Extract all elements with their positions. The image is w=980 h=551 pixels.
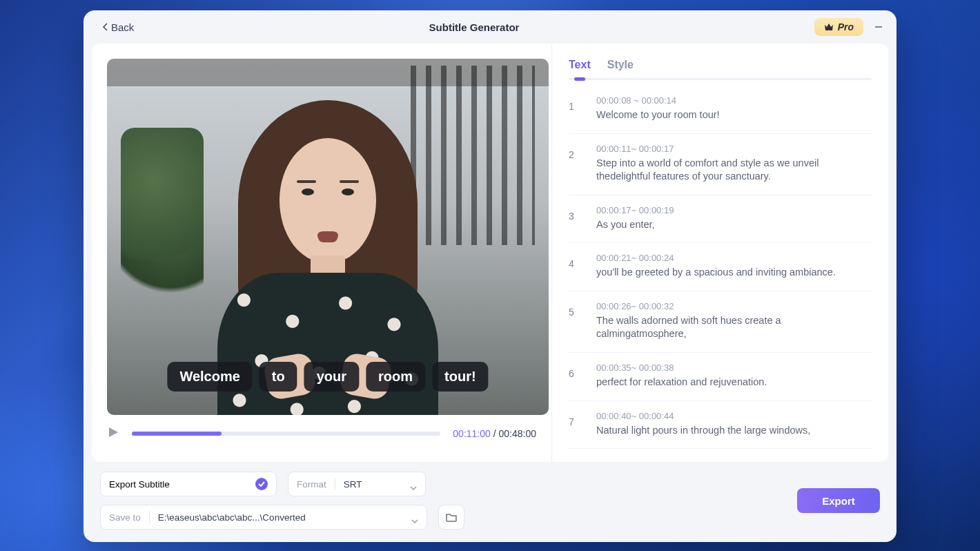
subtitle-row[interactable]: 300:00:17~ 00:00:19As you enter, bbox=[569, 195, 872, 244]
subtitle-time: 00:00:17~ 00:00:19 bbox=[596, 205, 872, 215]
app-window: Back Subtitle Generator Pro bbox=[84, 10, 896, 542]
subtitle-text: perfect for relaxation and rejuvenation. bbox=[596, 376, 872, 389]
chevron-down-icon bbox=[410, 482, 417, 486]
timeline-scrubber[interactable] bbox=[132, 432, 440, 436]
tab-indicator bbox=[569, 78, 872, 80]
caption-word: room bbox=[366, 362, 425, 392]
browse-folder-button[interactable] bbox=[438, 505, 464, 530]
format-select[interactable]: Format SRT bbox=[288, 472, 426, 496]
minimize-button[interactable] bbox=[873, 21, 884, 32]
subtitle-list[interactable]: 100:00:08 ~ 00:00:14Welcome to your room… bbox=[552, 80, 888, 462]
footer-left: Export Subtitle Format SRT Save to E:\ea… bbox=[100, 472, 464, 530]
subtitle-body: 00:00:17~ 00:00:19As you enter, bbox=[596, 205, 872, 232]
timeline-progress bbox=[132, 432, 222, 436]
folder-icon bbox=[446, 512, 457, 522]
save-to-label: Save to bbox=[109, 512, 141, 523]
subtitle-text: As you enter, bbox=[596, 218, 872, 232]
back-button[interactable]: Back bbox=[103, 21, 134, 33]
caption-word: tour! bbox=[432, 362, 489, 392]
video-preview[interactable]: Welcometoyourroomtour! bbox=[107, 59, 549, 415]
subtitle-index: 6 bbox=[569, 362, 580, 389]
subtitle-row[interactable]: 100:00:08 ~ 00:00:14Welcome to your room… bbox=[569, 86, 872, 134]
subtitle-index: 1 bbox=[569, 95, 580, 122]
export-subtitle-toggle[interactable]: Export Subtitle bbox=[100, 472, 277, 496]
minimize-icon bbox=[874, 23, 883, 31]
subtitle-text: Step into a world of comfort and style a… bbox=[596, 157, 872, 184]
subtitle-body: 00:00:11~ 00:00:17Step into a world of c… bbox=[596, 144, 872, 184]
chevron-left-icon bbox=[103, 23, 108, 31]
subtitle-text: The walls adorned with soft hues create … bbox=[596, 314, 872, 341]
subtitle-time: 00:00:21~ 00:00:24 bbox=[596, 253, 872, 263]
subtitle-time: 00:00:08 ~ 00:00:14 bbox=[596, 95, 872, 106]
subtitle-panel: Text Style 100:00:08 ~ 00:00:14Welcome t… bbox=[551, 44, 888, 462]
export-subtitle-label: Export Subtitle bbox=[109, 479, 170, 490]
export-button[interactable]: Export bbox=[797, 488, 880, 513]
caption-word: Welcome bbox=[167, 362, 252, 392]
chevron-down-icon bbox=[411, 515, 418, 519]
check-circle-icon bbox=[255, 478, 268, 490]
crown-icon bbox=[824, 23, 834, 31]
subtitle-row[interactable]: 200:00:11~ 00:00:17Step into a world of … bbox=[569, 134, 872, 195]
subtitle-body: 00:00:08 ~ 00:00:14Welcome to your room … bbox=[596, 95, 872, 122]
format-label: Format bbox=[297, 479, 326, 490]
field-divider bbox=[335, 478, 335, 490]
format-value: SRT bbox=[344, 479, 402, 490]
time-readout: 00:11:00 / 00:48:00 bbox=[453, 428, 536, 439]
video-transport: 00:11:00 / 00:48:00 bbox=[107, 426, 536, 441]
caption-word: to bbox=[259, 362, 297, 392]
content-area: Welcometoyourroomtour! 00:11:00 / 00:48:… bbox=[92, 44, 888, 462]
subtitle-time: 00:00:26~ 00:00:32 bbox=[596, 301, 872, 311]
caption-overlay: Welcometoyourroomtour! bbox=[167, 362, 488, 392]
subtitle-time: 00:00:40~ 00:00:44 bbox=[596, 411, 872, 421]
subtitle-index: 5 bbox=[569, 301, 580, 341]
subtitle-row[interactable]: 600:00:35~ 00:00:38perfect for relaxatio… bbox=[569, 353, 872, 401]
subtitle-time: 00:00:11~ 00:00:17 bbox=[596, 144, 872, 154]
subtitle-row[interactable]: 700:00:40~ 00:00:44Natural light pours i… bbox=[569, 401, 872, 450]
subtitle-time: 00:00:35~ 00:00:38 bbox=[596, 362, 872, 373]
subtitle-index: 4 bbox=[569, 253, 580, 280]
save-to-select[interactable]: Save to E:\easeus\abc\abc\abc...\Convert… bbox=[100, 505, 427, 530]
back-label: Back bbox=[111, 21, 134, 33]
time-total: 00:48:00 bbox=[499, 428, 537, 439]
time-current: 00:11:00 bbox=[453, 428, 491, 439]
subtitle-text: you'll be greeted by a spacious and invi… bbox=[596, 266, 872, 280]
subtitle-body: 00:00:26~ 00:00:32The walls adorned with… bbox=[596, 301, 872, 341]
subtitle-text: Welcome to your room tour! bbox=[596, 108, 872, 122]
subtitle-text: Natural light pours in through the large… bbox=[596, 424, 872, 438]
page-title: Subtitle Generator bbox=[134, 21, 814, 33]
play-button[interactable] bbox=[107, 426, 119, 441]
field-divider bbox=[149, 511, 150, 523]
pro-badge[interactable]: Pro bbox=[814, 18, 863, 36]
play-icon bbox=[107, 426, 119, 438]
subtitle-index: 3 bbox=[569, 205, 580, 232]
save-to-path: E:\easeus\abc\abc\abc...\Converted bbox=[158, 512, 403, 523]
pro-label: Pro bbox=[838, 21, 854, 32]
subtitle-index: 7 bbox=[569, 411, 580, 438]
titlebar: Back Subtitle Generator Pro bbox=[84, 10, 896, 44]
subtitle-index: 2 bbox=[569, 144, 580, 184]
subtitle-body: 00:00:35~ 00:00:38perfect for relaxation… bbox=[596, 362, 872, 389]
subtitle-row[interactable]: 500:00:26~ 00:00:32The walls adorned wit… bbox=[569, 291, 872, 353]
subtitle-body: 00:00:40~ 00:00:44Natural light pours in… bbox=[596, 411, 872, 438]
subtitle-row[interactable]: 400:00:21~ 00:00:24you'll be greeted by … bbox=[569, 243, 872, 291]
panel-tabs: Text Style bbox=[552, 44, 888, 71]
titlebar-right: Pro bbox=[814, 18, 884, 36]
subtitle-body: 00:00:21~ 00:00:24you'll be greeted by a… bbox=[596, 253, 872, 280]
video-panel: Welcometoyourroomtour! 00:11:00 / 00:48:… bbox=[92, 44, 551, 462]
footer: Export Subtitle Format SRT Save to E:\ea… bbox=[84, 462, 896, 542]
tab-text[interactable]: Text bbox=[569, 59, 591, 71]
tab-style[interactable]: Style bbox=[607, 59, 634, 71]
caption-word: your bbox=[304, 362, 359, 392]
